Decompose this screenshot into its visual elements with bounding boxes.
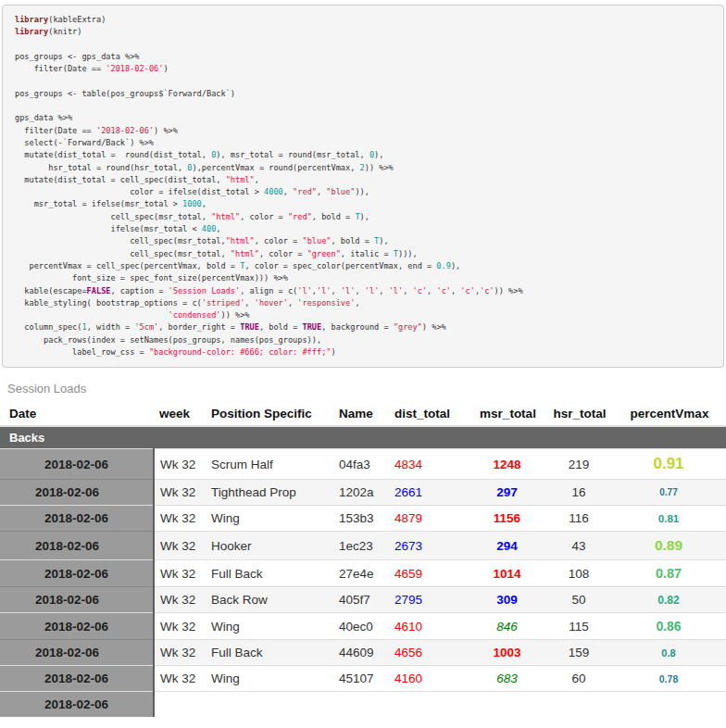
cell-date: 2018-02-06	[0, 692, 154, 718]
session-loads-table: Date week Position Specific Name dist_to…	[0, 402, 726, 717]
column-header-hsr-total: hsr_total	[546, 402, 611, 426]
code-line: hsr_total = round(hsr_total, 0),percentV…	[15, 162, 716, 174]
table-row: 2018-02-06Wk 32Wing153b3487911561160.81	[0, 506, 726, 532]
table-row: 2018-02-06Wk 32Scrum Half04fa34834124821…	[0, 449, 726, 480]
cell-name: 1ec23	[333, 532, 389, 560]
cell-percentvmax: 0.89	[611, 532, 726, 560]
column-header-week: week	[154, 402, 206, 426]
table-row: 2018-02-06Wk 32Full Back27e4e46591014108…	[0, 560, 726, 587]
cell-dist-total: 4610	[389, 613, 468, 640]
code-line: pos_groups <- table(pos_groups$`Forward/…	[15, 88, 716, 100]
code-line: msr_total = ifelse(msr_total > 1000,	[15, 198, 716, 210]
cell-week: Wk 32	[154, 587, 206, 613]
cell-empty	[468, 692, 546, 718]
cell-name: 04fa3	[333, 449, 389, 480]
code-line: ifelse(msr_total < 400,	[15, 223, 716, 235]
cell-msr-total: 1248	[468, 449, 546, 480]
cell-dist-total: 2673	[389, 532, 468, 560]
code-line	[15, 39, 716, 51]
cell-name: 27e4e	[333, 560, 389, 587]
cell-hsr-total: 108	[546, 560, 611, 587]
column-header-dist-total: dist_total	[389, 402, 468, 426]
cell-hsr-total: 16	[546, 480, 611, 506]
cell-position: Wing	[206, 666, 333, 692]
cell-msr-total: 683	[468, 666, 546, 692]
cell-position: Back Row	[206, 587, 333, 613]
code-line: pos_groups <- gps_data %>%	[15, 51, 716, 63]
table-row: 2018-02-06Wk 32Tighthead Prop1202a266129…	[0, 480, 726, 506]
cell-hsr-total: 50	[546, 587, 611, 613]
cell-percentvmax: 0.82	[611, 587, 726, 613]
cell-date: 2018-02-06	[0, 640, 154, 666]
cell-empty	[333, 692, 389, 718]
table-row-partial: 2018-02-06	[0, 692, 726, 718]
cell-percentvmax: 0.91	[611, 449, 726, 480]
cell-week: Wk 32	[154, 613, 206, 640]
cell-position: Hooker	[206, 532, 333, 560]
cell-week: Wk 32	[154, 506, 206, 532]
code-line: cell_spec(msr_total, "html", color = "gr…	[15, 248, 716, 260]
cell-hsr-total: 159	[546, 640, 611, 666]
cell-dist-total: 4160	[389, 666, 468, 692]
code-line: library(knitr)	[15, 26, 716, 38]
table-caption: Session Loads	[7, 382, 726, 395]
code-line: font_size = spec_font_size(percentVmax))…	[15, 272, 716, 284]
cell-hsr-total: 43	[546, 532, 611, 560]
code-line: mutate(dist_total = cell_spec(dist_total…	[15, 174, 716, 186]
cell-msr-total: 1014	[468, 560, 546, 587]
cell-hsr-total: 115	[546, 613, 611, 640]
cell-hsr-total: 116	[546, 506, 611, 532]
code-line: 'condensed')) %>%	[15, 309, 716, 321]
cell-date: 2018-02-06	[0, 449, 154, 480]
cell-dist-total: 2661	[389, 480, 468, 506]
code-line: cell_spec(msr_total,"html", color = "blu…	[15, 235, 716, 247]
code-line: filter(Date == '2018-02-06')	[15, 63, 716, 75]
code-line: kable_styling( bootstrap_options = c('st…	[15, 297, 716, 309]
cell-empty	[154, 692, 206, 718]
cell-name: 1202a	[333, 480, 389, 506]
table-header-row: Date week Position Specific Name dist_to…	[0, 402, 726, 426]
cell-name: 45107	[333, 666, 389, 692]
cell-msr-total: 846	[468, 613, 546, 640]
r-code-block: library(kableExtra)library(knitr)pos_gro…	[2, 5, 724, 368]
column-header-msr-total: msr_total	[468, 402, 546, 426]
column-header-percentvmax: percentVmax	[611, 402, 726, 426]
code-line: cell_spec(msr_total, "html", color = "re…	[15, 211, 716, 223]
code-line	[15, 100, 716, 112]
cell-msr-total: 1156	[468, 506, 546, 532]
code-line: column_spec(1, width = '5cm', border_rig…	[15, 321, 716, 333]
cell-date: 2018-02-06	[0, 532, 154, 560]
cell-position: Full Back	[206, 640, 333, 666]
cell-msr-total: 309	[468, 587, 546, 613]
cell-dist-total: 4879	[389, 506, 468, 532]
cell-date: 2018-02-06	[0, 587, 154, 613]
cell-empty	[206, 692, 333, 718]
cell-empty	[611, 692, 726, 718]
cell-position: Wing	[206, 506, 333, 532]
table-row: 2018-02-06Wk 32Hooker1ec232673294430.89	[0, 532, 726, 560]
cell-date: 2018-02-06	[0, 666, 154, 692]
column-header-name: Name	[333, 402, 389, 426]
group-label: Backs	[0, 426, 726, 449]
cell-percentvmax: 0.8	[611, 640, 726, 666]
cell-hsr-total: 60	[546, 666, 611, 692]
rmarkdown-report: library(kableExtra)library(knitr)pos_gro…	[0, 5, 726, 717]
cell-percentvmax: 0.86	[611, 613, 726, 640]
cell-percentvmax: 0.77	[611, 480, 726, 506]
cell-position: Tighthead Prop	[206, 480, 333, 506]
cell-msr-total: 1003	[468, 640, 546, 666]
cell-percentvmax: 0.78	[611, 666, 726, 692]
cell-percentvmax: 0.87	[611, 560, 726, 587]
cell-position: Full Back	[206, 560, 333, 587]
cell-position: Scrum Half	[206, 449, 333, 480]
cell-position: Wing	[206, 613, 333, 640]
cell-percentvmax: 0.81	[611, 506, 726, 532]
code-line: label_row_css = "background-color: #666;…	[15, 346, 716, 358]
table-row: 2018-02-06Wk 32Wing451074160683600.78	[0, 666, 726, 692]
column-header-position-specific: Position Specific	[206, 402, 333, 426]
cell-msr-total: 294	[468, 532, 546, 560]
cell-date: 2018-02-06	[0, 506, 154, 532]
cell-week: Wk 32	[154, 449, 206, 480]
cell-name: 44609	[333, 640, 389, 666]
cell-empty	[546, 692, 611, 718]
